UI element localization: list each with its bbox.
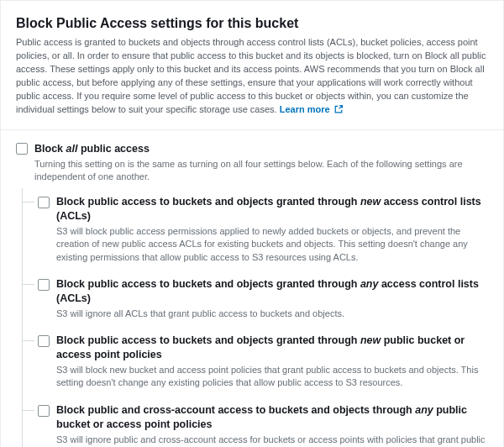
divider bbox=[1, 129, 503, 130]
intro-text: Public access is granted to buckets and … bbox=[16, 36, 488, 118]
sub-option-checkbox[interactable] bbox=[38, 279, 50, 291]
block-all-label: Block all public access bbox=[34, 142, 488, 156]
sub-option-desc: S3 will ignore public and cross-account … bbox=[56, 434, 488, 447]
learn-more-link[interactable]: Learn more bbox=[280, 104, 343, 114]
sub-option-checkbox[interactable] bbox=[38, 335, 50, 347]
sub-options-tree: Block public access to buckets and objec… bbox=[22, 188, 488, 447]
sub-option-label: Block public access to buckets and objec… bbox=[56, 334, 488, 362]
sub-option-desc: S3 will block public access permissions … bbox=[56, 225, 488, 264]
sub-option-label: Block public access to buckets and objec… bbox=[56, 195, 488, 224]
sub-option-new-policies: Block public access to buckets and objec… bbox=[23, 327, 488, 397]
sub-option-any-policies: Block public and cross-account access to… bbox=[23, 397, 488, 447]
sub-option-desc: S3 will block new bucket and access poin… bbox=[56, 364, 488, 390]
external-link-icon bbox=[334, 104, 343, 118]
sub-option-checkbox[interactable] bbox=[38, 197, 50, 208]
sub-option-label: Block public access to buckets and objec… bbox=[56, 277, 488, 306]
sub-option-checkbox[interactable] bbox=[38, 405, 50, 417]
sub-option-any-acls: Block public access to buckets and objec… bbox=[23, 271, 488, 327]
settings-panel: Block Public Access settings for this bu… bbox=[0, 0, 504, 447]
block-all-desc: Turning this setting on is the same as t… bbox=[34, 158, 488, 184]
block-all-checkbox[interactable] bbox=[16, 143, 28, 155]
sub-option-desc: S3 will ignore all ACLs that grant publi… bbox=[56, 308, 488, 320]
sub-option-label: Block public and cross-account access to… bbox=[56, 403, 488, 432]
sub-option-new-acls: Block public access to buckets and objec… bbox=[23, 188, 488, 271]
page-title: Block Public Access settings for this bu… bbox=[16, 16, 488, 31]
block-all-row: Block all public access Turning this set… bbox=[16, 142, 488, 184]
